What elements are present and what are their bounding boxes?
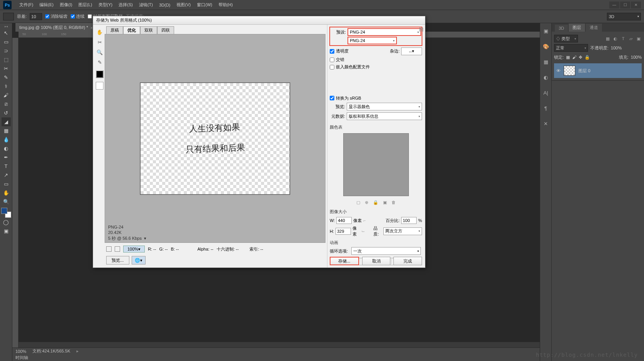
document-tab[interactable]: timg.jpg @ 100% (图层 0, RGB/8#) *× [15,23,97,32]
tab-layers[interactable]: 图层 [569,24,585,32]
adjustments-panel-icon[interactable]: ◐ [542,73,550,81]
move-tool[interactable]: ↖ [2,29,11,37]
properties-panel-icon[interactable]: ✕ [542,120,550,127]
tab-3d[interactable]: 3D [555,25,568,32]
minimize-button[interactable]: — [609,2,619,8]
pen-tool[interactable]: ✒ [2,153,11,162]
ct-icon-4[interactable]: ▣ [383,200,387,205]
menu-file[interactable]: 文件(F) [16,2,36,8]
paragraph-panel-icon[interactable]: ¶ [542,104,550,112]
convert-srgb-check[interactable]: 转换为 sRGB [330,95,422,101]
brush-tool[interactable]: 🖌 [2,91,11,100]
layer-name[interactable]: 图层 0 [578,68,590,74]
cancel-button[interactable]: 取消 [362,257,391,265]
preview-button[interactable]: 预览... [106,256,129,264]
eyedropper-color-swatch[interactable] [96,70,103,78]
menu-select[interactable]: 选择(S) [115,2,136,8]
zoom-tool[interactable]: 🔍 [2,197,11,206]
preview-zoom-dropdown[interactable]: 100% ▾ [123,246,145,253]
color-swatches[interactable] [1,208,11,218]
eyedropper-tool[interactable]: ✎ [2,73,11,82]
browserlookup-icon[interactable]: 🌐▾ [132,256,146,264]
quickmask-tool[interactable]: ◯ [2,218,11,227]
tab-original[interactable]: 原稿 [106,26,123,34]
hand-tool-icon[interactable]: ✋ [95,28,104,36]
history-panel-icon[interactable]: ▣ [542,27,550,35]
layer-kind-filter[interactable]: ♢ 类型 [554,35,578,42]
menu-view[interactable]: 视图(V) [173,2,194,8]
ct-icon-1[interactable]: ▢ [356,200,360,205]
filter-shape-icon[interactable]: ▱ [628,36,634,42]
menu-help[interactable]: 帮助(H) [215,2,236,8]
healing-tool[interactable]: ⚕ [2,82,11,91]
eyedropper-tool-icon[interactable]: ✎ [95,58,104,66]
lock-trans-icon[interactable]: ▦ [566,55,570,60]
workspace-dropdown[interactable]: 3D [607,13,641,20]
slice-tool-icon[interactable]: ✂ [95,38,104,46]
flyout-menu-icon[interactable]: ▤ [419,26,424,32]
tab-optimized[interactable]: 优化 [123,26,140,34]
fill-value[interactable]: 100% [631,55,642,59]
color-panel-icon[interactable]: 🎨 [542,42,550,50]
zoom-tool-icon[interactable]: 🔍 [95,48,104,56]
opacity-value[interactable]: 100% [611,46,622,50]
stamp-tool[interactable]: ⎚ [2,100,11,108]
hand-tool[interactable]: ✋ [2,188,11,197]
format-dropdown[interactable]: PNG-24 [347,37,397,44]
filter-adjust-icon[interactable]: ◐ [612,36,619,42]
crop-tool[interactable]: ✂ [2,64,11,73]
lock-all-icon[interactable]: 🔒 [585,55,590,60]
lock-paint-icon[interactable]: 🖌 [572,55,576,59]
screenmode-tool[interactable]: ▣ [2,227,11,236]
tab-2up[interactable]: 双联 [140,26,157,34]
toolbar-collapse-icon[interactable]: ▸◂ [5,25,8,29]
path-select-tool[interactable]: ↗ [2,171,11,180]
zoom-level[interactable]: 100% [15,349,26,354]
menu-window[interactable]: 窗口(W) [194,2,215,8]
visibility-icon[interactable]: 👁 [556,68,561,73]
menu-image[interactable]: 图像(I) [57,2,75,8]
menu-3d[interactable]: 3D(D) [156,3,173,7]
marquee-tool[interactable]: ▭ [2,37,11,46]
embed-profile-check[interactable]: 嵌入颜色配置文件 [330,64,422,70]
history-brush-tool[interactable]: ↺ [2,108,11,117]
percent-input[interactable] [401,217,417,224]
metadata-dropdown[interactable]: 版权和联系信息 [347,112,422,120]
preview-profile-dropdown[interactable]: 显示器颜色 [347,103,422,110]
menu-layer[interactable]: 图层(L) [75,2,95,8]
lock-pos-icon[interactable]: ✥ [579,55,582,60]
filter-smart-icon[interactable]: ▣ [636,36,642,42]
tab-channels[interactable]: 通道 [586,24,602,32]
character-panel-icon[interactable]: A| [542,89,550,97]
loop-dropdown[interactable]: 一次 [351,247,421,255]
preset-dropdown[interactable]: PNG-24 [347,28,421,36]
ct-icon-5[interactable]: 🗑 [391,200,396,205]
contiguous-check[interactable]: 连续 [71,14,85,19]
blur-tool[interactable]: 💧 [2,135,11,144]
type-tool[interactable]: T [2,162,11,171]
horizontal-scrollbar[interactable] [19,342,540,347]
layer-thumbnail[interactable] [564,66,575,76]
blend-mode-dropdown[interactable]: 正常 [554,44,588,52]
width-input[interactable] [336,217,352,224]
lasso-tool[interactable]: ⊃ [2,46,11,55]
shape-tool[interactable]: ▭ [2,180,11,188]
layer-row-0[interactable]: 👁 图层 0 [554,63,642,78]
height-input[interactable] [336,228,351,235]
quality-dropdown[interactable]: 两次立方 [383,227,422,235]
ct-icon-3[interactable]: 🔒 [373,200,378,205]
ct-icon-2[interactable]: ⊕ [365,200,368,205]
matte-dropdown[interactable]: -- ▾ [401,47,422,55]
slice-visibility-icon[interactable] [96,82,103,90]
interlace-check[interactable]: 交错 [330,57,422,63]
preview-canvas[interactable]: 人生没有如果 只有结果和后果 PNG-24 20.42K 5 秒 @ 56.6 … [105,34,325,243]
menu-edit[interactable]: 编辑(E) [36,2,57,8]
menu-type[interactable]: 类型(Y) [95,2,116,8]
filter-pixel-icon[interactable]: ▩ [605,36,611,42]
maximize-button[interactable]: ☐ [620,2,630,8]
tab-4up[interactable]: 四联 [157,26,174,34]
swatches-panel-icon[interactable]: ▦ [542,58,550,66]
save-button[interactable]: 存储... [330,257,359,265]
antialias-check[interactable]: 消除锯齿 [45,14,68,19]
tool-preset-icon[interactable] [3,13,14,20]
